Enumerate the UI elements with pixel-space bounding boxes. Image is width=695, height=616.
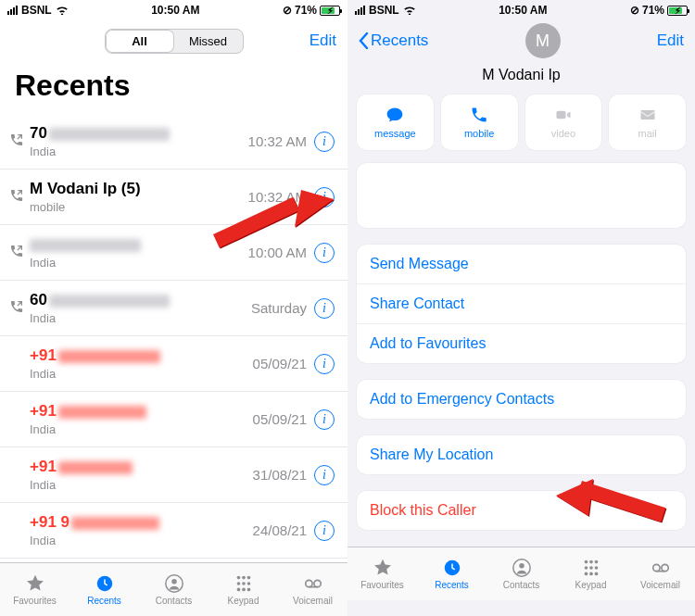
caller-sublabel: India: [30, 422, 253, 436]
cell-share-contact[interactable]: Share Contact: [357, 284, 686, 324]
edit-button[interactable]: Edit: [299, 31, 336, 50]
call-row[interactable]: +91India31/08/21i: [0, 447, 348, 503]
recents-list[interactable]: 70India10:32 AMiM Vodani Ip (5)mobile10:…: [0, 114, 348, 562]
call-time: 10:32 AM: [248, 133, 307, 149]
caller-sublabel: mobile: [30, 200, 248, 214]
recents-screen: BSNL 10:50 AM ⊘ 71% ⚡︎ All Missed Edit R…: [0, 0, 348, 616]
call-row[interactable]: +91India05/09/21i: [0, 392, 348, 447]
number-card[interactable]: [357, 163, 686, 228]
svg-point-4: [171, 579, 177, 585]
call-time: 31/08/21: [253, 467, 307, 483]
call-time: 24/08/21: [253, 522, 307, 538]
status-bar: BSNL 10:50 AM ⊘ 71% ⚡︎: [0, 0, 348, 20]
info-button[interactable]: i: [314, 521, 335, 541]
caller-sublabel: India: [30, 534, 253, 547]
carrier-label: BSNL: [21, 4, 52, 17]
svg-point-12: [242, 588, 246, 592]
svg-point-15: [313, 580, 320, 586]
caller-name: +91: [30, 402, 253, 421]
message-icon: [385, 106, 405, 124]
voicemail-icon: [302, 573, 324, 594]
svg-point-7: [246, 576, 250, 580]
status-time: 10:50 AM: [69, 4, 283, 17]
call-time: 10:00 AM: [248, 245, 307, 260]
outgoing-icon: [9, 244, 30, 261]
tab-favourites[interactable]: Favourites: [0, 563, 70, 616]
battery-percent: 71%: [642, 4, 664, 17]
caller-name: M Vodani Ip (5): [30, 180, 248, 198]
info-button[interactable]: i: [314, 354, 335, 374]
tab-contacts[interactable]: Contacts: [486, 547, 556, 600]
outgoing-icon: [9, 299, 30, 317]
voicemail-icon: [650, 558, 672, 578]
call-row[interactable]: +91India05/09/21i: [0, 336, 348, 392]
filter-segmented-control[interactable]: All Missed: [105, 29, 244, 54]
action-mobile[interactable]: mobile: [441, 94, 518, 150]
clock-icon: [441, 558, 463, 578]
wifi-icon: [56, 4, 69, 18]
segment-all[interactable]: All: [106, 30, 174, 53]
info-button[interactable]: i: [314, 243, 335, 263]
back-button[interactable]: Recents: [359, 31, 428, 50]
svg-point-26: [594, 560, 598, 564]
tab-favourites[interactable]: Favourites: [348, 547, 417, 600]
caller-sublabel: India: [30, 367, 253, 381]
info-button[interactable]: i: [314, 132, 335, 152]
info-button[interactable]: i: [314, 409, 335, 430]
status-time: 10:50 AM: [416, 4, 630, 17]
nav-bar: Recents M Edit: [348, 20, 695, 61]
video-icon: [553, 106, 574, 124]
call-row[interactable]: India10:00 AMi: [0, 225, 348, 281]
tab-recents[interactable]: Recents: [417, 547, 486, 600]
cell-send-message[interactable]: Send Message: [357, 245, 686, 284]
call-row[interactable]: 70India10:32 AMi: [0, 114, 348, 170]
call-time: 05/09/21: [253, 411, 307, 427]
caller-sublabel: India: [30, 311, 251, 325]
signal-icon: [7, 6, 18, 15]
call-time: 10:32 AM: [248, 189, 307, 205]
call-row[interactable]: +91 9India24/08/21i: [0, 503, 348, 559]
svg-point-9: [242, 582, 246, 585]
info-button[interactable]: i: [314, 298, 335, 319]
svg-point-33: [652, 564, 659, 571]
tab-recents[interactable]: Recents: [70, 563, 139, 616]
info-button[interactable]: i: [314, 187, 335, 207]
svg-point-8: [236, 582, 240, 585]
call-row[interactable]: 60IndiaSaturdayi: [0, 281, 348, 336]
call-time: Saturday: [251, 300, 307, 316]
svg-point-6: [242, 576, 246, 580]
mail-icon: [638, 106, 658, 124]
caller-name: +91 9: [30, 513, 253, 532]
svg-point-11: [236, 588, 240, 592]
tab-voicemail[interactable]: Voicemail: [278, 563, 348, 616]
cell-share-my-location[interactable]: Share My Location: [357, 435, 686, 474]
action-mail: mail: [609, 94, 686, 150]
edit-button[interactable]: Edit: [657, 31, 684, 50]
action-message[interactable]: message: [357, 94, 434, 150]
tab-keypad[interactable]: Keypad: [556, 547, 626, 600]
page-title: Recents: [0, 61, 348, 114]
contact-name: M Vodani Ip: [348, 61, 695, 94]
cell-add-to-favourites[interactable]: Add to Favourites: [357, 324, 686, 363]
caller-sublabel: India: [30, 145, 248, 158]
avatar[interactable]: M: [525, 23, 561, 58]
cell-block-this-caller[interactable]: Block this Caller: [357, 491, 686, 530]
caller-name: 70: [30, 124, 248, 143]
svg-point-23: [519, 563, 524, 569]
svg-point-32: [594, 572, 598, 576]
tab-voicemail[interactable]: Voicemail: [626, 547, 695, 600]
svg-rect-17: [556, 111, 565, 119]
tab-contacts[interactable]: Contacts: [139, 563, 208, 616]
tab-keypad[interactable]: Keypad: [208, 563, 278, 616]
segment-missed[interactable]: Missed: [174, 30, 243, 53]
orientation-lock-icon: ⊘: [283, 4, 292, 17]
cell-add-to-emergency-contacts[interactable]: Add to Emergency Contacts: [357, 380, 686, 419]
contact-icon: [511, 558, 533, 578]
star-icon: [372, 558, 394, 578]
tab-bar: Favourites Recents Contacts Keypad Voice…: [348, 547, 695, 600]
info-button[interactable]: i: [314, 465, 335, 485]
call-row[interactable]: M Vodani Ip (5)mobile10:32 AMi: [0, 170, 348, 225]
call-time: 05/09/21: [253, 356, 307, 371]
star-icon: [24, 573, 46, 594]
status-bar: BSNL 10:50 AM ⊘ 71% ⚡︎: [348, 0, 695, 20]
